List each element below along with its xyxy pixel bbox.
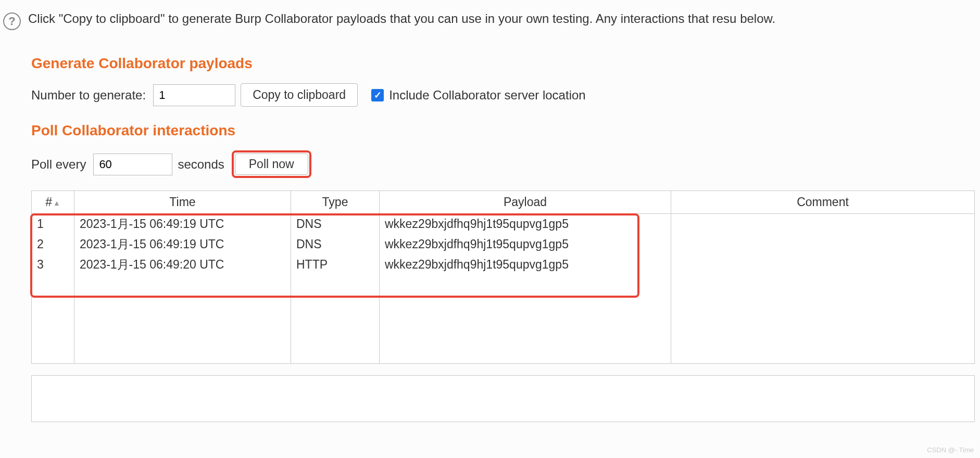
sort-asc-icon: ▲ bbox=[53, 199, 60, 207]
cell-payload: wkkez29bxjdfhq9hj1t95qupvg1gp5 bbox=[380, 214, 671, 235]
poll-now-button[interactable]: Poll now bbox=[235, 154, 308, 175]
cell-payload: wkkez29bxjdfhq9hj1t95qupvg1gp5 bbox=[380, 234, 671, 255]
copy-to-clipboard-button[interactable]: Copy to clipboard bbox=[241, 83, 358, 107]
table-header-row: #▲ Time Type Payload Comment bbox=[32, 191, 975, 214]
poll-interval-input[interactable] bbox=[93, 154, 172, 175]
intro-description: Click "Copy to clipboard" to generate Bu… bbox=[28, 10, 775, 27]
table-row[interactable]: 3 2023-1月-15 06:49:20 UTC HTTP wkkez29bx… bbox=[32, 255, 975, 275]
cell-time: 2023-1月-15 06:49:19 UTC bbox=[74, 234, 291, 255]
number-to-generate-input[interactable] bbox=[153, 84, 235, 106]
column-header-payload[interactable]: Payload bbox=[380, 191, 671, 214]
poll-row: Poll every seconds Poll now bbox=[31, 150, 975, 178]
cell-time: 2023-1月-15 06:49:19 UTC bbox=[74, 214, 291, 235]
generate-section-title: Generate Collaborator payloads bbox=[31, 55, 975, 72]
poll-section-title: Poll Collaborator interactions bbox=[31, 122, 975, 139]
cell-comment bbox=[671, 234, 975, 255]
include-server-label: Include Collaborator server location bbox=[389, 88, 586, 103]
column-header-time[interactable]: Time bbox=[74, 191, 291, 214]
cell-num: 1 bbox=[32, 214, 74, 235]
poll-now-highlight-box: Poll now bbox=[232, 150, 311, 178]
cell-num: 3 bbox=[32, 255, 74, 275]
column-header-num[interactable]: #▲ bbox=[32, 191, 74, 214]
interactions-table: #▲ Time Type Payload Comment 1 2023-1月-1… bbox=[31, 190, 975, 364]
column-header-comment[interactable]: Comment bbox=[671, 191, 975, 214]
cell-time: 2023-1月-15 06:49:20 UTC bbox=[74, 255, 291, 275]
table-row[interactable]: 1 2023-1月-15 06:49:19 UTC DNS wkkez29bxj… bbox=[32, 214, 975, 235]
table-row[interactable]: 2 2023-1月-15 06:49:19 UTC DNS wkkez29bxj… bbox=[32, 234, 975, 255]
cell-comment bbox=[671, 255, 975, 275]
table-empty-row bbox=[32, 275, 975, 363]
seconds-label: seconds bbox=[178, 157, 224, 172]
cell-type: HTTP bbox=[291, 255, 380, 275]
cell-num: 2 bbox=[32, 234, 74, 255]
column-header-type[interactable]: Type bbox=[291, 191, 380, 214]
generate-row: Number to generate: Copy to clipboard ✓ … bbox=[31, 83, 975, 107]
cell-payload: wkkez29bxjdfhq9hj1t95qupvg1gp5 bbox=[380, 255, 671, 275]
cell-type: DNS bbox=[291, 234, 380, 255]
checkbox-check-icon: ✓ bbox=[371, 89, 384, 101]
cell-type: DNS bbox=[291, 214, 380, 235]
poll-every-label: Poll every bbox=[31, 157, 86, 172]
help-icon[interactable]: ? bbox=[3, 12, 21, 30]
number-to-generate-label: Number to generate: bbox=[31, 88, 146, 103]
include-server-checkbox[interactable]: ✓ Include Collaborator server location bbox=[371, 88, 586, 103]
interactions-table-wrap: #▲ Time Type Payload Comment 1 2023-1月-1… bbox=[31, 190, 975, 364]
cell-comment bbox=[671, 214, 975, 235]
interaction-details-panel bbox=[31, 375, 975, 422]
